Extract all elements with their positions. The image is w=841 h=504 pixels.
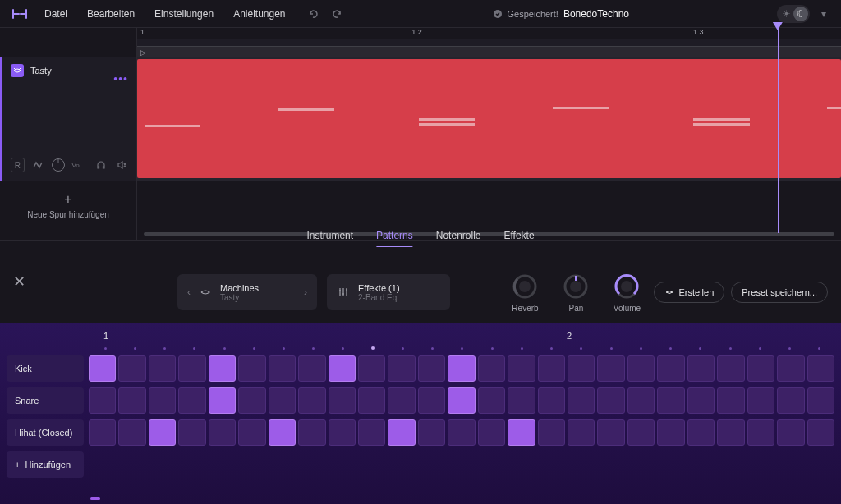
seq-cell[interactable]	[329, 419, 356, 446]
theme-dark-button[interactable]: ☾	[793, 7, 808, 21]
seq-cell[interactable]	[777, 419, 804, 446]
pan-knob[interactable]	[562, 273, 590, 300]
seq-cell[interactable]	[687, 355, 715, 382]
seq-cell[interactable]	[568, 419, 595, 446]
seq-cell[interactable]	[508, 387, 535, 414]
seq-label-hihat[interactable]: Hihat (Closed)	[7, 419, 84, 446]
seq-cell[interactable]	[597, 387, 624, 414]
seq-cell[interactable]	[627, 419, 655, 446]
seq-cell[interactable]	[747, 387, 774, 414]
seq-cell[interactable]	[717, 387, 744, 414]
seq-cell[interactable]	[418, 355, 445, 382]
seq-cell[interactable]	[149, 355, 176, 382]
seq-cell[interactable]	[747, 419, 774, 446]
tab-instrument[interactable]: Instrument	[306, 225, 353, 247]
seq-cell[interactable]	[538, 419, 565, 446]
seq-cell[interactable]	[89, 419, 116, 446]
seq-cell[interactable]	[298, 387, 325, 414]
seq-cell[interactable]	[358, 419, 385, 446]
seq-label-kick[interactable]: Kick	[7, 355, 84, 382]
seq-cell[interactable]	[478, 355, 505, 382]
seq-cell[interactable]	[627, 355, 655, 382]
seq-cell[interactable]	[687, 419, 715, 446]
seq-cell[interactable]	[597, 355, 624, 382]
seq-cell[interactable]	[209, 419, 236, 446]
seq-cell[interactable]	[329, 387, 356, 414]
seq-cell[interactable]	[269, 387, 296, 414]
app-logo[interactable]	[10, 4, 30, 24]
seq-cell[interactable]	[657, 387, 684, 414]
seq-cell[interactable]	[388, 355, 415, 382]
seq-cell[interactable]	[209, 387, 236, 414]
clip-area[interactable]	[137, 57, 841, 181]
seq-cell[interactable]	[717, 355, 744, 382]
headphones-icon[interactable]	[94, 158, 108, 172]
redo-button[interactable]	[330, 7, 345, 21]
tab-effekte[interactable]: Effekte	[503, 225, 534, 247]
track-menu-button[interactable]: •••	[113, 72, 128, 85]
seq-cell[interactable]	[269, 419, 296, 446]
seq-cell[interactable]	[118, 355, 145, 382]
seq-cell[interactable]	[478, 387, 505, 414]
seq-cell[interactable]	[358, 387, 385, 414]
seq-progress[interactable]	[90, 497, 834, 500]
seq-cell[interactable]	[118, 419, 145, 446]
seq-cell[interactable]	[777, 387, 804, 414]
seq-cell[interactable]	[508, 419, 535, 446]
automation-icon[interactable]	[31, 158, 45, 172]
seq-cell[interactable]	[418, 419, 445, 446]
seq-cell[interactable]	[329, 355, 356, 382]
seq-cell[interactable]	[298, 419, 325, 446]
seq-cell[interactable]	[238, 387, 265, 414]
seq-cell[interactable]	[448, 387, 475, 414]
seq-cell[interactable]	[568, 355, 595, 382]
seq-cell[interactable]	[717, 419, 744, 446]
menu-edit[interactable]: Bearbeiten	[87, 8, 135, 20]
add-track-button[interactable]: + Neue Spur hinzufügen	[0, 181, 136, 230]
seq-cell[interactable]	[807, 387, 834, 414]
seq-cell[interactable]	[388, 387, 415, 414]
create-button[interactable]: Erstellen	[654, 282, 724, 303]
menu-settings[interactable]: Einstellungen	[154, 8, 214, 20]
volume-knob[interactable]	[52, 158, 66, 172]
save-preset-button[interactable]: Preset speichern...	[731, 282, 828, 303]
timeline-main[interactable]: 1 1.2 1.3 ▷	[137, 28, 841, 240]
seq-cell[interactable]	[149, 419, 176, 446]
undo-button[interactable]	[306, 7, 320, 21]
seq-cell[interactable]	[807, 419, 834, 446]
seq-cell[interactable]	[657, 355, 684, 382]
seq-cell[interactable]	[298, 355, 325, 382]
tab-notenrolle[interactable]: Notenrolle	[436, 225, 481, 247]
seq-cell[interactable]	[538, 355, 565, 382]
seq-cell[interactable]	[568, 387, 595, 414]
theme-toggle[interactable]: ☀ ☾	[777, 5, 810, 23]
seq-cell[interactable]	[657, 419, 684, 446]
seq-cell[interactable]	[597, 419, 624, 446]
seq-cell[interactable]	[89, 387, 116, 414]
seq-cell[interactable]	[508, 355, 535, 382]
seq-cell[interactable]	[209, 355, 236, 382]
theme-light-button[interactable]: ☀	[779, 7, 793, 21]
seq-cell[interactable]	[118, 387, 145, 414]
seq-cell[interactable]	[448, 355, 475, 382]
track-item[interactable]: Tasty ••• R Vol	[0, 57, 136, 181]
close-editor-button[interactable]: ✕	[13, 273, 30, 291]
seq-cell[interactable]	[178, 355, 205, 382]
loop-marker-icon[interactable]: ▷	[140, 48, 146, 57]
seq-label-snare[interactable]: Snare	[7, 387, 84, 414]
seq-cell[interactable]	[747, 355, 774, 382]
add-instrument-button[interactable]: +Hinzufügen	[7, 451, 84, 478]
fx-selector[interactable]: Effekte (1) 2-Band Eq	[327, 274, 450, 310]
project-name[interactable]: BonedoTechno	[563, 8, 629, 20]
seq-cell[interactable]	[538, 387, 565, 414]
seq-cell[interactable]	[627, 387, 655, 414]
seq-cell[interactable]	[687, 387, 715, 414]
mute-icon[interactable]	[114, 158, 128, 172]
seq-cell[interactable]	[238, 419, 265, 446]
seq-cell[interactable]	[418, 387, 445, 414]
seq-cell[interactable]	[89, 355, 116, 382]
seq-cell[interactable]	[178, 387, 205, 414]
audio-clip[interactable]	[137, 59, 841, 178]
menu-help[interactable]: Anleitungen	[233, 8, 285, 20]
seq-cell[interactable]	[388, 419, 415, 446]
